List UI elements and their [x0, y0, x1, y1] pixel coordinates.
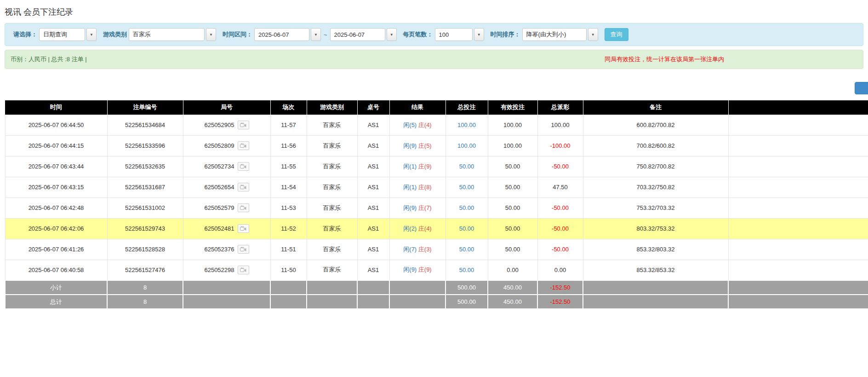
video-icon[interactable]: [238, 141, 249, 150]
cell-time: 2025-06-07 06:43:15: [5, 177, 107, 197]
total-bet-link[interactable]: 100.00: [457, 122, 476, 128]
game-type-value: 百家乐: [129, 28, 205, 41]
cell-total-bet: 50.00: [445, 177, 488, 197]
cell-round: 625052481: [183, 218, 270, 239]
cell-result: 闲(2) 庄(4): [389, 218, 445, 239]
cell-note: 853.32/853.32: [583, 260, 728, 280]
cell-bet-id: 522561528528: [107, 239, 183, 260]
cell-total-bet: 50.00: [445, 239, 488, 260]
cell-session: 11-57: [270, 115, 307, 135]
cell-extra: [728, 156, 868, 177]
cell-valid-bet: 0.00: [488, 260, 537, 280]
subtotal-payout: -152.50: [537, 280, 583, 295]
cell-table-no: AS1: [357, 135, 389, 156]
cell-bet-id: 522561531687: [107, 177, 183, 197]
total-valid-bet: 450.00: [488, 295, 537, 309]
cell-note: 753.32/703.32: [583, 197, 728, 218]
total-bet-link[interactable]: 50.00: [459, 267, 474, 273]
video-icon[interactable]: [238, 162, 249, 171]
table-row: 2025-06-07 06:42:48522561531002625052579…: [5, 197, 868, 218]
header-payout: 总派彩: [537, 100, 583, 115]
video-icon[interactable]: [238, 266, 249, 274]
sort-value: 降幂(由大到小): [522, 28, 587, 41]
cell-valid-bet: 50.00: [488, 177, 537, 197]
cell-valid-bet: 100.00: [488, 115, 537, 135]
chevron-down-icon[interactable]: ▼: [474, 28, 484, 41]
cell-result: 闲(9) 庄(5): [389, 135, 445, 156]
total-bet-link[interactable]: 100.00: [457, 142, 476, 149]
cell-game-type: 百家乐: [307, 239, 357, 260]
cell-result: 闲(1) 庄(8): [389, 177, 445, 197]
cell-time: 2025-06-07 06:44:50: [5, 115, 107, 135]
header-table-no: 桌号: [357, 100, 389, 115]
cell-round: 625052298: [183, 260, 270, 280]
cell-total-bet: 50.00: [445, 218, 488, 239]
cell-time: 2025-06-07 06:43:44: [5, 156, 107, 177]
cell-round: 625052905: [183, 115, 270, 135]
cell-valid-bet: 50.00: [488, 197, 537, 218]
total-label: 总计: [5, 295, 107, 309]
cell-time: 2025-06-07 06:40:58: [5, 260, 107, 280]
currency-summary-text: 币别：人民币 | 总共 :8 注单 |: [11, 55, 87, 64]
header-valid-bet: 有效投注: [488, 100, 537, 115]
corner-action-button[interactable]: [855, 82, 868, 94]
table-row: 2025-06-07 06:44:50522561534684625052905…: [5, 115, 868, 135]
query-type-select[interactable]: 日期查询 ▼: [39, 28, 97, 41]
cell-table-no: AS1: [357, 239, 389, 260]
chevron-down-icon[interactable]: ▼: [86, 28, 97, 41]
subtotal-valid-bet: 450.00: [488, 280, 537, 295]
game-type-label: 游戏类别: [103, 30, 127, 39]
chevron-down-icon[interactable]: ▼: [588, 28, 598, 41]
cell-note: 803.32/753.32: [583, 218, 728, 239]
video-icon[interactable]: [238, 183, 249, 191]
total-count: 8: [107, 295, 183, 309]
summary-bar: 币别：人民币 | 总共 :8 注单 | 同局有效投注，统一计算在该局第一张注单内: [5, 50, 863, 69]
table-row: 2025-06-07 06:43:15522561531687625052654…: [5, 177, 868, 197]
cell-bet-id: 522561527476: [107, 260, 183, 280]
total-bet-link[interactable]: 50.00: [459, 225, 474, 232]
cell-table-no: AS1: [357, 218, 389, 239]
total-bet-link[interactable]: 50.00: [459, 204, 474, 211]
video-icon[interactable]: [238, 203, 249, 212]
cell-time: 2025-06-07 06:42:48: [5, 197, 107, 218]
cell-round: 625052579: [183, 197, 270, 218]
header-note: 备注: [583, 100, 728, 115]
date-from-value: 2025-06-07: [254, 28, 309, 41]
search-button[interactable]: 查询: [605, 28, 628, 41]
cell-table-no: AS1: [357, 177, 389, 197]
video-icon[interactable]: [238, 121, 249, 129]
date-from-select[interactable]: 2025-06-07 ▼: [254, 28, 321, 41]
cell-round: 625052376: [183, 239, 270, 260]
cell-session: 11-51: [270, 239, 307, 260]
video-icon[interactable]: [238, 224, 249, 233]
cell-session: 11-53: [270, 197, 307, 218]
total-bet-link[interactable]: 50.00: [459, 246, 474, 253]
page-size-select[interactable]: 100 ▼: [435, 28, 484, 41]
sort-select[interactable]: 降幂(由大到小) ▼: [522, 28, 598, 41]
page-size-label: 每页笔数：: [403, 30, 433, 39]
header-time: 时间: [5, 100, 107, 115]
total-bet-link[interactable]: 50.00: [459, 163, 474, 170]
cell-session: 11-56: [270, 135, 307, 156]
chevron-down-icon[interactable]: ▼: [206, 28, 216, 41]
cell-payout: 47.50: [537, 177, 583, 197]
cell-total-bet: 100.00: [445, 115, 488, 135]
date-to-select[interactable]: 2025-06-07 ▼: [330, 28, 397, 41]
cell-note: 750.82/700.82: [583, 156, 728, 177]
cell-time: 2025-06-07 06:41:26: [5, 239, 107, 260]
game-type-select[interactable]: 百家乐 ▼: [129, 28, 216, 41]
chevron-down-icon[interactable]: ▼: [311, 28, 321, 41]
cell-result: 闲(9) 庄(9): [389, 260, 445, 280]
table-row: 2025-06-07 06:40:58522561527476625052298…: [5, 260, 868, 280]
cell-session: 11-52: [270, 218, 307, 239]
cell-result: 闲(5) 庄(4): [389, 115, 445, 135]
total-bet-link[interactable]: 50.00: [459, 184, 474, 191]
cell-note: 600.82/700.82: [583, 115, 728, 135]
chevron-down-icon[interactable]: ▼: [387, 28, 397, 41]
header-game-type: 游戏类别: [307, 100, 357, 115]
cell-extra: [728, 177, 868, 197]
query-type-label: 请选择：: [13, 30, 37, 39]
video-icon[interactable]: [238, 245, 249, 254]
cell-game-type: 百家乐: [307, 177, 357, 197]
header-extra: [728, 100, 868, 115]
